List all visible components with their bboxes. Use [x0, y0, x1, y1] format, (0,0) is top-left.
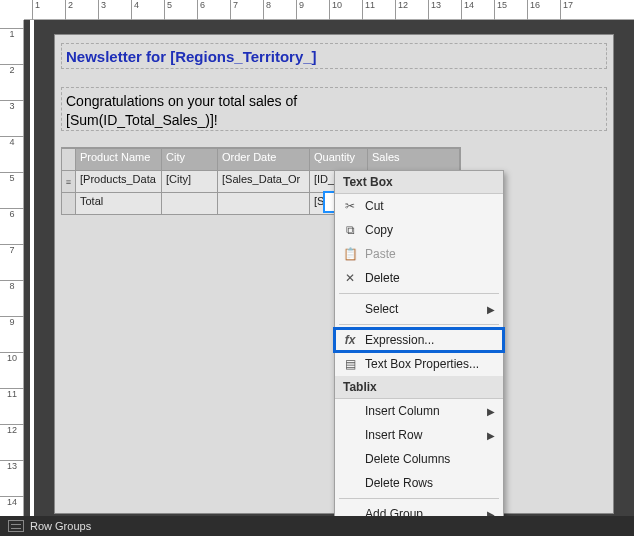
menu-label: Delete Rows	[361, 476, 495, 490]
congrats-textbox[interactable]: Congratulations on your total sales of […	[61, 87, 607, 131]
congrats-line-1: Congratulations on your total sales of	[66, 93, 297, 109]
copy-icon: ⧉	[339, 221, 361, 239]
cut-icon: ✂	[339, 197, 361, 215]
ruler-tick: 11	[0, 388, 24, 424]
ruler-tick: 1	[32, 0, 65, 20]
menu-separator	[339, 324, 499, 325]
ruler-tick: 5	[164, 0, 197, 20]
ruler-tick: 3	[98, 0, 131, 20]
col-header-quantity[interactable]: Quantity	[310, 148, 368, 170]
ruler-tick: 17	[560, 0, 593, 20]
page-edge-stub	[30, 20, 34, 516]
menu-label: Select	[361, 302, 487, 316]
menu-item-insert-row[interactable]: Insert Row ▶	[335, 423, 503, 447]
context-menu-section-tablix: Tablix	[335, 376, 503, 399]
ruler-tick: 8	[0, 280, 24, 316]
col-header-city[interactable]: City	[162, 148, 218, 170]
cell-total-city[interactable]	[162, 192, 218, 214]
menu-item-cut[interactable]: ✂ Cut	[335, 194, 503, 218]
col-header-orderdate[interactable]: Order Date	[218, 148, 310, 170]
cell-total-label[interactable]: Total	[76, 192, 162, 214]
ruler-tick: 12	[395, 0, 428, 20]
menu-item-textbox-properties[interactable]: ▤ Text Box Properties...	[335, 352, 503, 376]
menu-separator	[339, 293, 499, 294]
ruler-tick: 12	[0, 424, 24, 460]
cell-orderdate[interactable]: [Sales_Data_Or	[218, 170, 310, 192]
chevron-right-icon: ▶	[487, 406, 495, 417]
row-groups-label: Row Groups	[30, 520, 91, 532]
row-groups-panel[interactable]: Row Groups	[0, 516, 634, 536]
menu-separator	[339, 498, 499, 499]
ruler-tick: 7	[0, 244, 24, 280]
menu-label: Delete Columns	[361, 452, 495, 466]
blank-icon	[339, 474, 361, 492]
ruler-tick: 8	[263, 0, 296, 20]
ruler-tick: 2	[65, 0, 98, 20]
ruler-tick: 10	[0, 352, 24, 388]
menu-item-expression[interactable]: fx Expression...	[335, 328, 503, 352]
ruler-tick: 11	[362, 0, 395, 20]
paste-icon: 📋	[339, 245, 361, 263]
ruler-tick: 6	[0, 208, 24, 244]
row-groups-icon	[8, 520, 24, 532]
col-header-sales[interactable]: Sales	[368, 148, 460, 170]
blank-icon	[339, 426, 361, 444]
ruler-tick: 10	[329, 0, 362, 20]
properties-icon: ▤	[339, 355, 361, 373]
ruler-tick: 13	[428, 0, 461, 20]
ruler-tick: 16	[527, 0, 560, 20]
ruler-tick: 4	[131, 0, 164, 20]
row-handle-icon[interactable]: ≡	[62, 170, 76, 192]
chevron-right-icon: ▶	[487, 430, 495, 441]
ruler-tick: 5	[0, 172, 24, 208]
ruler-tick: 6	[197, 0, 230, 20]
menu-label: Copy	[361, 223, 495, 237]
ruler-tick: 9	[296, 0, 329, 20]
context-menu: Text Box ✂ Cut ⧉ Copy 📋 Paste ✕ Delete S…	[334, 170, 504, 536]
ruler-tick: 1	[0, 28, 24, 64]
menu-item-delete-rows[interactable]: Delete Rows	[335, 471, 503, 495]
menu-label: Text Box Properties...	[361, 357, 495, 371]
menu-label: Paste	[361, 247, 495, 261]
menu-label: Insert Column	[361, 404, 487, 418]
row-handle-icon[interactable]	[62, 148, 76, 170]
menu-item-delete-columns[interactable]: Delete Columns	[335, 447, 503, 471]
blank-icon	[339, 300, 361, 318]
menu-label: Cut	[361, 199, 495, 213]
ruler-tick: 4	[0, 136, 24, 172]
menu-item-delete[interactable]: ✕ Delete	[335, 266, 503, 290]
col-header-product[interactable]: Product Name	[76, 148, 162, 170]
fx-icon: fx	[339, 331, 361, 349]
ruler-tick: 7	[230, 0, 263, 20]
cell-product[interactable]: [Products_Data	[76, 170, 162, 192]
ruler-tick: 3	[0, 100, 24, 136]
design-canvas[interactable]: Newsletter for [Regions_Territory_] Cong…	[24, 20, 634, 516]
cell-total-orderdate[interactable]	[218, 192, 310, 214]
menu-label: Insert Row	[361, 428, 487, 442]
delete-icon: ✕	[339, 269, 361, 287]
horizontal-ruler: 1234567891011121314151617	[24, 0, 634, 20]
blank-icon	[339, 450, 361, 468]
ruler-tick: 9	[0, 316, 24, 352]
ruler-tick: 15	[494, 0, 527, 20]
menu-item-insert-column[interactable]: Insert Column ▶	[335, 399, 503, 423]
chevron-right-icon: ▶	[487, 304, 495, 315]
ruler-tick: 13	[0, 460, 24, 496]
tablix-header-row: Product Name City Order Date Quantity Sa…	[62, 148, 460, 170]
newsletter-title-textbox[interactable]: Newsletter for [Regions_Territory_]	[61, 43, 607, 69]
congrats-line-2: [Sum(ID_Total_Sales_)]!	[66, 112, 218, 128]
ruler-tick: 2	[0, 64, 24, 100]
row-handle-icon[interactable]	[62, 192, 76, 214]
vertical-ruler: 1234567891011121314	[0, 20, 24, 516]
context-menu-section-textbox: Text Box	[335, 171, 503, 194]
menu-item-paste: 📋 Paste	[335, 242, 503, 266]
menu-label: Expression...	[361, 333, 495, 347]
menu-item-select[interactable]: Select ▶	[335, 297, 503, 321]
menu-item-copy[interactable]: ⧉ Copy	[335, 218, 503, 242]
blank-icon	[339, 402, 361, 420]
menu-label: Delete	[361, 271, 495, 285]
ruler-tick: 14	[461, 0, 494, 20]
cell-city[interactable]: [City]	[162, 170, 218, 192]
